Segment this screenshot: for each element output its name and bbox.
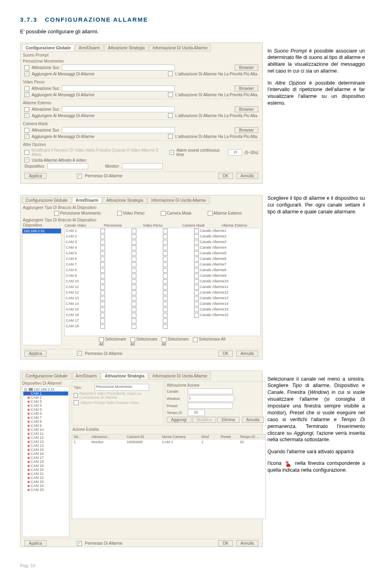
tab-config-globale[interactable]: Configurazione Globale: [22, 197, 71, 204]
tree-cam-item[interactable]: ◈CAM 2: [23, 395, 68, 399]
annulla-button[interactable]: Annulla: [236, 173, 258, 179]
checkbox[interactable]: [163, 313, 168, 318]
checkbox[interactable]: [24, 128, 29, 133]
checkbox[interactable]: [100, 262, 105, 267]
tree-cam-item[interactable]: ◈CAM 9: [23, 424, 68, 428]
checkbox[interactable]: [74, 400, 79, 405]
browser-button[interactable]: Browser: [235, 85, 258, 91]
tree-cam-item[interactable]: ◈CAM 19: [23, 464, 68, 468]
tree-cam-item[interactable]: ◈CAM 22: [23, 476, 68, 480]
checkbox[interactable]: [163, 279, 168, 284]
checkbox[interactable]: [168, 71, 173, 76]
checkbox[interactable]: [132, 229, 136, 233]
table-row[interactable]: CAM 8 Canale Allarme8: [65, 268, 260, 273]
checkbox[interactable]: [74, 393, 78, 398]
checkbox[interactable]: [100, 229, 105, 233]
checkbox[interactable]: [163, 257, 168, 262]
checkbox[interactable]: [194, 296, 199, 301]
checkbox[interactable]: [24, 71, 29, 76]
checkbox[interactable]: [194, 307, 199, 312]
table-row[interactable]: CAM 15 Canale Allarme15: [65, 307, 260, 312]
checkbox[interactable]: [194, 274, 199, 278]
modifica-button[interactable]: Modifica: [192, 417, 216, 423]
checkbox[interactable]: [163, 245, 168, 250]
checkbox[interactable]: [194, 240, 199, 245]
checkbox[interactable]: [132, 324, 136, 329]
preset-select[interactable]: [188, 403, 233, 409]
table-row[interactable]: CAM 13 Canale Allarme13: [65, 296, 260, 301]
tree-cam-item[interactable]: ◈CAM 18: [23, 460, 68, 464]
permesso-checkbox[interactable]: [77, 351, 82, 356]
tree-cam-item[interactable]: ◈CAM 11: [23, 432, 68, 436]
checkbox[interactable]: [163, 318, 168, 323]
checkbox[interactable]: [194, 302, 199, 306]
table-row[interactable]: CAM 7 Canale Allarme7: [65, 262, 260, 268]
tab-attivazione-strategia[interactable]: Attivazione Strategia: [101, 373, 148, 379]
checkbox[interactable]: [163, 268, 168, 273]
table-row[interactable]: CAM 3 Canale Allarme3: [65, 239, 260, 245]
tab-config-globale[interactable]: Configurazione Globale: [22, 45, 74, 51]
checkbox[interactable]: [100, 274, 105, 278]
tab-attivazione-strategia[interactable]: Attivazione Strategia: [104, 45, 148, 51]
selall-cb[interactable]: [99, 337, 104, 342]
annulla-button[interactable]: Annulla: [236, 351, 258, 357]
table-row[interactable]: CAM 2 Canale Allarme2: [65, 234, 260, 239]
checkbox[interactable]: [100, 251, 105, 256]
tree-cam-item[interactable]: ◈CAM 16: [23, 452, 68, 456]
tree-cam-item[interactable]: ◈CAM 4: [23, 403, 68, 408]
applica-button[interactable]: Applica: [24, 173, 47, 179]
tree-root[interactable]: ⊟ 📼 192.168.2.51: [23, 387, 68, 391]
checkbox[interactable]: [161, 211, 166, 216]
table-row[interactable]: CAM 1 Canale Allarme1: [65, 228, 260, 234]
checkbox[interactable]: [132, 257, 136, 262]
checkbox[interactable]: [194, 279, 199, 284]
tree-cam-item[interactable]: ◈CAM 14: [23, 444, 68, 448]
disp-select[interactable]: [47, 163, 88, 169]
tab-info-uscita[interactable]: Informazione Di Uscita Allarme: [148, 197, 210, 204]
checkbox[interactable]: [132, 234, 136, 239]
checkbox[interactable]: [100, 257, 105, 262]
checkbox[interactable]: [163, 296, 168, 301]
tree-cam-item[interactable]: ◈CAM 12: [23, 436, 68, 440]
tree-cam-item[interactable]: ◈CAM 20: [23, 468, 68, 472]
checkbox[interactable]: [132, 290, 136, 295]
tree-cam-item[interactable]: ◈CAM 10: [23, 428, 68, 432]
checkbox[interactable]: [100, 245, 105, 250]
checkbox[interactable]: [117, 211, 122, 216]
checkbox[interactable]: [24, 158, 29, 162]
tab-attivazione-strategia[interactable]: Attivazione Strategia: [103, 197, 147, 204]
annulla-button[interactable]: Annulla: [236, 540, 258, 546]
tab-arm-disarm[interactable]: Arm/Disarm: [72, 197, 102, 204]
aggiungi-button[interactable]: Aggiungi: [167, 417, 191, 423]
tree-cam-item[interactable]: ◈CAM 5: [23, 408, 68, 412]
checkbox[interactable]: [132, 313, 136, 318]
tree-cam-item[interactable]: ◈CAM 8: [23, 420, 68, 424]
browser-button[interactable]: Browser: [235, 127, 258, 133]
checkbox[interactable]: [194, 245, 199, 250]
checkbox[interactable]: [132, 268, 136, 273]
checkbox[interactable]: [208, 211, 213, 216]
checkbox[interactable]: [163, 229, 168, 233]
tree-cam-item[interactable]: ◈CAM 23: [23, 480, 68, 484]
action-row[interactable]: 1 Monitor 10050000 CAM 1 1 20: [72, 440, 265, 444]
checkbox[interactable]: [132, 296, 136, 301]
table-row[interactable]: CAM 18: [65, 324, 260, 329]
tree-cam-item[interactable]: ◈CAM 17: [23, 456, 68, 460]
checkbox[interactable]: [194, 229, 199, 233]
checkbox[interactable]: [163, 251, 168, 256]
checkbox[interactable]: [132, 240, 136, 245]
checkbox[interactable]: [168, 92, 173, 97]
checkbox[interactable]: [194, 313, 199, 318]
table-row[interactable]: CAM 4 Canale Allarme4: [65, 245, 260, 251]
checkbox[interactable]: [24, 113, 29, 118]
permesso-checkbox[interactable]: [77, 541, 82, 546]
checkbox[interactable]: [100, 240, 105, 245]
checkbox[interactable]: [132, 251, 136, 256]
ok-button[interactable]: OK: [218, 540, 233, 546]
tree-cam-item[interactable]: ◈CAM 25: [23, 488, 68, 492]
checkbox[interactable]: [132, 302, 136, 306]
checkbox[interactable]: [169, 150, 174, 155]
checkbox[interactable]: [163, 262, 168, 267]
checkbox[interactable]: [168, 134, 173, 139]
annulla-button[interactable]: Annulla: [242, 417, 264, 423]
